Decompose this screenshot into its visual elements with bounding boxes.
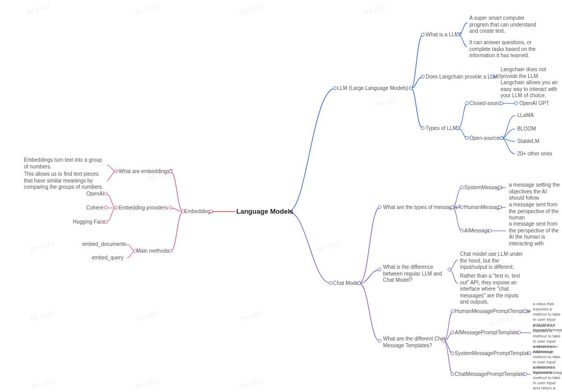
node-dot [104,206,108,210]
llm-open-node[interactable]: Open-sourced [469,135,502,142]
chat-msgs-node[interactable]: What are the types of messages? [383,204,461,211]
emb-method: embed_documents [82,241,126,248]
node-dot [114,169,118,173]
node-dot [448,268,451,271]
watermark: bo 1917 [239,3,265,17]
node-dot [500,136,503,140]
node-dot [421,126,425,130]
node-dot [378,268,381,271]
llm-provide-a: Langchain does not provide the LLM. Lang… [501,67,558,99]
llm-open-item: LLaMA [517,112,534,119]
node-dot [209,210,213,213]
watermark: bo 1917 [30,240,56,254]
node-dot [451,351,454,355]
llm-open-item: StableLM [517,138,539,145]
node-dot [421,33,425,36]
node-dot [181,210,185,213]
node-dot [498,186,502,189]
root-node[interactable]: Language Models [236,207,293,216]
llm-node[interactable]: LLM (Large Language Models) [337,85,408,92]
chat-diff-a1: Chat model use LLM under the hood, but t… [460,251,528,271]
node-dot [500,101,503,105]
watermark: bo 1917 [239,309,265,323]
node-dot [114,206,118,210]
chat-tmpl-ai[interactable]: AIMessagePromptTemplate [455,330,519,336]
watermark: bo 1917 [374,95,400,109]
node-dot [104,220,108,224]
watermark: bo 1917 [30,309,56,323]
node-dot [517,331,521,334]
node-dot [442,339,445,343]
chat-humanmsg-desc: a message sent from the perspective of t… [509,202,561,221]
node-dot [104,192,108,195]
watermark: bo 1917 [135,309,161,323]
emb-what-node[interactable]: What are embeddings? [119,168,172,175]
node-dot [451,309,454,313]
node-dot [169,169,172,173]
node-dot [456,126,459,130]
watermark: bo 1917 [31,377,57,391]
node-dot [514,101,518,105]
llm-provide-node[interactable]: Does Langchain provide a LLM? [426,74,501,81]
node-dot [460,229,464,232]
node-dot [421,75,425,79]
emb-what-a2: This allows us to find text pieces that … [24,171,107,191]
watermark: bo 1917 [135,377,161,391]
node-dot [333,86,337,90]
emb-methods-node[interactable]: Main methods [136,248,169,255]
chat-tmpl-node[interactable]: What are the different Chat Message Temp… [383,336,445,349]
node-dot [378,339,381,343]
node-dot [523,372,527,376]
node-dot [456,33,459,36]
chat-diff-node[interactable]: What is the difference between regular L… [383,264,451,284]
node-dot [329,281,333,285]
node-dot [169,249,172,253]
chat-systemmsg-desc: a message setting the objectives the AI … [509,182,561,202]
emb-method: embed_query [92,255,123,262]
llm-open-item: BLOOM [517,126,536,133]
node-dot [451,205,454,209]
node-dot [133,249,137,253]
watermark: bo 1917 [364,3,390,17]
node-dot [460,205,464,209]
chat-tmpl-system[interactable]: SystemMessagePromptTemplate [455,350,531,357]
node-dot [488,229,492,232]
llm-what-a1: A super smart computer program that can … [469,15,542,35]
chat-diff-a2: Rather than a "text in, text out" API, t… [460,273,528,306]
watermark: bo 1917 [135,3,161,17]
node-dot [451,372,454,376]
llm-types-node[interactable]: Types of LLMs [426,125,459,132]
chat-systemmsg[interactable]: SystemMessage [464,185,503,191]
node-dot [528,351,531,355]
watermark: bo 1917 [239,377,265,391]
chat-tmpl-chat-desc: a class that exposes a method to take in… [533,365,562,392]
chat-tmpl-human[interactable]: HumanMessagePromptTemplate [455,308,531,315]
watermark: bo 1917 [317,240,343,254]
llm-closed-node[interactable]: Closed-source [469,100,503,107]
node-dot [378,205,381,209]
llm-open-item: 20+ other ones [517,151,552,158]
node-dot [169,206,172,210]
chat-aimsg[interactable]: AIMessage [464,228,490,234]
emb-provider: Hugging Face [73,219,105,226]
node-dot [409,86,413,90]
emb-providers-node[interactable]: Embedding providers [119,205,168,212]
chat-aimsg-desc: a message sent from the perspective of t… [509,221,561,247]
chat-node[interactable]: Chat Model [333,280,360,287]
emb-what-a1: Embeddings turn text into a group of num… [24,157,107,170]
node-dot [490,75,494,79]
llm-what-a2: It can answer questions, or complete tas… [469,40,542,59]
emb-provider: OpenAI [86,191,104,198]
llm-closed-item: OpenAI GPT [519,100,549,107]
node-dot [465,101,469,105]
chat-humanmsg[interactable]: HumanMessage [464,204,502,211]
node-dot [460,186,464,189]
chat-tmpl-chat[interactable]: ChatMessagePromptTemplate [455,371,525,378]
watermark: bo 1917 [25,3,52,17]
node-dot [451,331,454,334]
node-dot [357,281,361,285]
node-dot [465,136,469,140]
emb-provider: Cohere [86,205,104,212]
node-dot [498,205,502,209]
node-dot [523,309,527,313]
